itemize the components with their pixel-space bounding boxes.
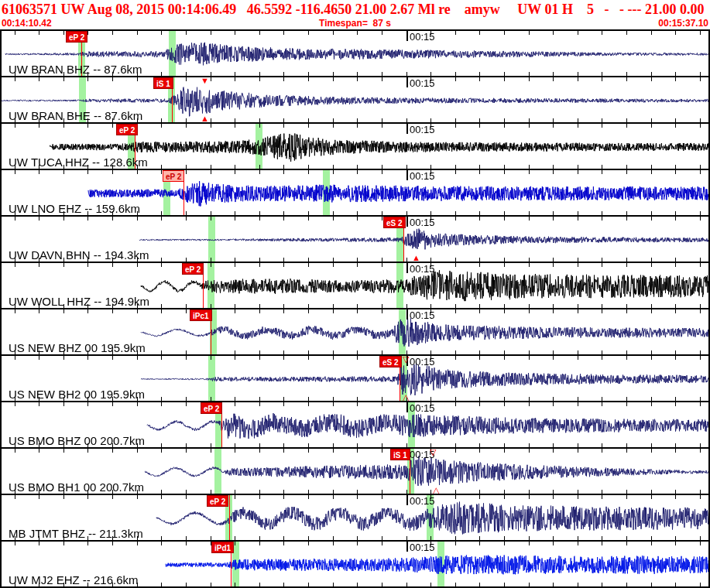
minute-tick <box>406 31 408 41</box>
amplitude-marker: ▲ <box>201 115 209 123</box>
station-label: UW TUCA HHZ -- 128.6km <box>9 156 148 169</box>
amplitude-marker: ▽ <box>403 356 409 364</box>
trace-row-12[interactable]: 00:15iPd1UW MJ2 EHZ -- 216.6km <box>2 542 708 588</box>
window-end-time: 00:15:37.10 <box>658 19 708 29</box>
trace-row-5[interactable]: 00:15eS 2▲UW DAVN BHN -- 194.3km <box>2 217 708 263</box>
pick-label[interactable]: eS 2 <box>379 356 402 368</box>
trace-plot-area: 00:15eP 2UW BRAN BHZ -- 87.6km00:15iS 1▼… <box>0 29 710 588</box>
amplitude-marker: ▲ <box>412 254 420 262</box>
pick-time-line[interactable] <box>229 495 230 540</box>
trace-row-1[interactable]: 00:15eP 2UW BRAN BHZ -- 87.6km <box>2 31 708 77</box>
event-header-line: 61063571 UW Aug 08, 2015 00:14:06.49 46.… <box>0 0 710 19</box>
station-label: UW BRAN BHE -- 87.6km <box>9 109 142 122</box>
trace-row-2[interactable]: 00:15iS 1▼▲UW BRAN BHE -- 87.6km <box>2 77 708 124</box>
amplitude-marker: ▽ <box>430 449 436 456</box>
seismogram-viewer-window: 61063571 UW Aug 08, 2015 00:14:06.49 46.… <box>0 0 710 588</box>
minute-label: 00:15 <box>410 217 435 228</box>
station-label: US NEW BHZ 00 195.9km <box>9 341 146 354</box>
amplitude-marker: △ <box>403 393 409 402</box>
trace-row-10[interactable]: 00:15iS 1▽△US BMO BH1 00 200.7km <box>2 449 708 495</box>
time-window-bar: 00:14:10.42 Timespan= 87 s 00:15:37.10 <box>0 19 710 29</box>
minute-label: 00:15 <box>410 356 435 368</box>
trace-row-4[interactable]: 00:15eP 2UW LNO EHZ -- 159.6km <box>2 170 708 217</box>
minute-label: 00:15 <box>410 542 435 553</box>
pick-label[interactable]: eP 2 <box>66 31 87 43</box>
station-label: US BMO BHZ 00 200.7km <box>9 434 145 447</box>
pick-label[interactable]: iPc1 <box>190 309 212 321</box>
minute-tick <box>406 263 408 273</box>
station-label: UW WOLL HHZ -- 194.9km <box>9 295 149 308</box>
pick-label[interactable]: eS 2 <box>383 217 406 228</box>
station-label: US BMO BH1 00 200.7km <box>9 480 144 494</box>
minute-tick <box>406 77 408 87</box>
minute-tick <box>406 309 408 320</box>
station-label: UW LNO EHZ -- 159.6km <box>9 202 140 215</box>
pick-label[interactable]: iPd1 <box>211 542 234 553</box>
station-label: UW DAVN BHN -- 194.3km <box>9 248 149 262</box>
window-start-time: 00:14:10.42 <box>2 19 52 29</box>
pick-label[interactable]: iS 1 <box>390 449 410 460</box>
minute-tick <box>406 170 408 180</box>
station-label: US NEW BH2 00 195.9km <box>9 388 145 401</box>
minute-tick <box>406 402 408 412</box>
amplitude-marker: ▼ <box>201 77 209 85</box>
pick-label[interactable]: eP 2 <box>201 402 222 414</box>
trace-row-8[interactable]: 00:15eS 2▽△US NEW BH2 00 195.9km <box>2 356 708 402</box>
pick-label[interactable]: eP 2 <box>116 124 138 135</box>
minute-label: 00:15 <box>410 31 435 43</box>
minute-tick <box>406 542 408 552</box>
trace-row-7[interactable]: 00:15iPc1US NEW BHZ 00 195.9km <box>2 309 708 356</box>
pick-label[interactable]: eP 2 <box>163 170 184 182</box>
minute-label: 00:15 <box>410 402 435 414</box>
minute-label: 00:15 <box>410 170 435 182</box>
trace-row-9[interactable]: 00:15eP 2US BMO BHZ 00 200.7km <box>2 402 708 449</box>
minute-tick <box>406 217 408 227</box>
pick-label[interactable]: eP 2 <box>207 495 228 507</box>
station-label: MB JTMT BHZ -- 211.3km <box>9 527 143 540</box>
amplitude-marker: △ <box>433 486 439 494</box>
minute-tick <box>406 124 408 134</box>
minute-label: 00:15 <box>410 124 435 135</box>
pick-label[interactable]: iS 1 <box>153 77 173 89</box>
minute-tick <box>406 495 408 505</box>
station-label: UW BRAN BHZ -- 87.6km <box>9 63 142 76</box>
minute-label: 00:15 <box>410 309 435 321</box>
minute-label: 00:15 <box>410 495 435 507</box>
trace-row-3[interactable]: 00:15eP 2UW TUCA HHZ -- 128.6km <box>2 124 708 170</box>
pick-label[interactable]: eP 2 <box>182 263 204 275</box>
timespan-label: Timespan= 87 s <box>319 19 391 29</box>
trace-row-11[interactable]: 00:15eP 2MB JTMT BHZ -- 211.3km <box>2 495 708 542</box>
trace-row-6[interactable]: 00:15eP 2UW WOLL HHZ -- 194.9km <box>2 263 708 309</box>
minute-label: 00:15 <box>410 263 435 275</box>
station-label: UW MJ2 EHZ -- 216.6km <box>9 573 139 586</box>
minute-label: 00:15 <box>410 77 435 89</box>
